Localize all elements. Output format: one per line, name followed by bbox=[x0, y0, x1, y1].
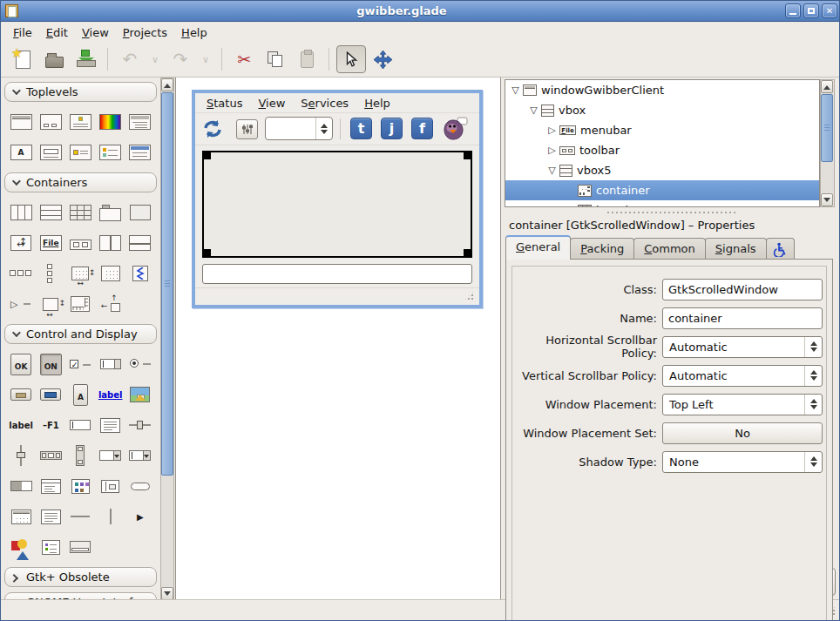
palette-item-frame[interactable] bbox=[125, 203, 155, 222]
facebook-button[interactable]: f bbox=[411, 118, 433, 139]
paste-button[interactable] bbox=[292, 45, 322, 73]
palette-item-aspect-frame[interactable]: ↕↔ bbox=[36, 294, 65, 314]
palette-item-progress-bar[interactable] bbox=[6, 476, 36, 496]
open-button[interactable] bbox=[39, 45, 69, 73]
palette-item-input-dialog[interactable] bbox=[36, 143, 65, 162]
menu-help[interactable]: Help bbox=[174, 24, 214, 41]
tree-row-windowGwibberClient[interactable]: ▽windowGwibberClient bbox=[505, 80, 819, 100]
palette-item-toolbar[interactable] bbox=[65, 233, 95, 253]
minimize-button[interactable] bbox=[785, 3, 801, 18]
palette-item-horizontal-ruler[interactable] bbox=[65, 507, 95, 526]
redo-menu-button[interactable]: ∨ bbox=[197, 45, 214, 73]
palette-item-vbox[interactable] bbox=[36, 203, 65, 222]
expander-down-icon[interactable]: ▽ bbox=[510, 84, 521, 96]
shadow-type-combo[interactable]: None bbox=[662, 451, 823, 473]
expander-down-icon[interactable]: ▽ bbox=[546, 165, 558, 176]
designed-menu-help[interactable]: Help bbox=[356, 95, 398, 111]
palette-item-hpaned[interactable] bbox=[96, 233, 125, 253]
palette-item-hscale[interactable] bbox=[125, 415, 155, 435]
palette-item-hbutton-box[interactable] bbox=[6, 264, 36, 283]
tree-row-vbox[interactable]: ▽vbox bbox=[505, 100, 819, 120]
menu-projects[interactable]: Projects bbox=[116, 24, 174, 41]
palette-item-arrow[interactable]: ▶ bbox=[125, 507, 155, 526]
palette-item-scrolled-window[interactable] bbox=[65, 294, 95, 314]
redo-button[interactable]: ↷ bbox=[166, 45, 195, 73]
undo-menu-button[interactable]: ∨ bbox=[146, 45, 164, 73]
jaiku-button[interactable]: j bbox=[381, 118, 403, 139]
palette-scrollbar[interactable] bbox=[160, 78, 174, 601]
tab-general[interactable]: General bbox=[505, 235, 571, 260]
palette-item-layout[interactable] bbox=[96, 264, 125, 283]
palette-item-recent-chooser-dialog[interactable] bbox=[96, 143, 125, 162]
palette-item-entry[interactable] bbox=[65, 415, 95, 435]
palette-item-image[interactable] bbox=[125, 385, 155, 404]
drag-resize-button[interactable] bbox=[368, 45, 397, 73]
window-placement-combo[interactable]: Top Left bbox=[662, 394, 823, 415]
new-button[interactable]: ★ bbox=[8, 45, 37, 73]
scroll-down-icon[interactable] bbox=[161, 587, 173, 600]
tree-row-toolbar[interactable]: ▷toolbar bbox=[505, 140, 819, 160]
palette-item-file-chooser-dialog[interactable] bbox=[125, 112, 155, 132]
palette-item-spin-button[interactable] bbox=[96, 354, 125, 374]
palette-item-cell-view[interactable] bbox=[96, 476, 125, 496]
palette-item-viewport[interactable]: ↕↔ bbox=[65, 264, 95, 283]
palette-item-dialog[interactable] bbox=[36, 112, 65, 132]
selection-handle[interactable] bbox=[203, 249, 211, 257]
designed-window[interactable]: StatusViewServicesHelp bbox=[192, 90, 483, 308]
palette-item-menu-bar[interactable]: File bbox=[36, 233, 65, 253]
titlebar[interactable]: gwibber.glade ✕ bbox=[1, 1, 840, 22]
palette-item-combo-box-entry[interactable] bbox=[125, 446, 155, 465]
tab-common[interactable]: Common bbox=[633, 238, 706, 260]
selection-handle[interactable] bbox=[203, 152, 211, 159]
palette-scrollbar-thumb[interactable] bbox=[161, 92, 173, 476]
palette-item-button[interactable]: OK bbox=[6, 354, 36, 374]
designed-menu-status[interactable]: Status bbox=[199, 95, 250, 111]
palette-item-color-selection-dialog[interactable] bbox=[96, 112, 125, 132]
palette-item-drawing-area[interactable] bbox=[6, 537, 36, 557]
palette-item-hbox[interactable] bbox=[6, 203, 36, 222]
palette-item-radio-button[interactable] bbox=[125, 354, 155, 374]
palette-item-label[interactable]: label bbox=[6, 415, 36, 435]
palette-item-icon-view[interactable] bbox=[65, 476, 95, 496]
vertical-scrollbar-policy-combo[interactable]: Automatic bbox=[662, 365, 823, 387]
tab-signals[interactable]: Signals bbox=[705, 238, 767, 260]
palette-section-toplevels[interactable]: Toplevels bbox=[4, 82, 157, 102]
class-field[interactable] bbox=[662, 279, 823, 300]
preferences-button[interactable] bbox=[236, 119, 258, 139]
design-canvas[interactable]: StatusViewServicesHelp bbox=[175, 78, 501, 601]
palette-item-about-dialog[interactable] bbox=[65, 112, 95, 132]
designed-combobox[interactable] bbox=[265, 117, 333, 140]
menu-edit[interactable]: Edit bbox=[39, 24, 75, 41]
palette-item-vpaned[interactable] bbox=[125, 233, 155, 253]
palette-item-toggle-button[interactable]: ON bbox=[36, 354, 65, 374]
scroll-up-icon[interactable] bbox=[821, 80, 833, 93]
name-field[interactable] bbox=[662, 307, 823, 329]
palette-item-status-bar[interactable] bbox=[65, 537, 95, 557]
palette-item-list-view[interactable] bbox=[36, 537, 65, 557]
palette-item-file-chooser-button[interactable] bbox=[6, 385, 36, 404]
expander-down-icon[interactable]: ▽ bbox=[528, 105, 539, 116]
palette-item-alignment[interactable]: ←↑ bbox=[96, 294, 125, 314]
palette-item-window[interactable] bbox=[6, 112, 36, 132]
palette-item-vscale[interactable] bbox=[6, 446, 36, 465]
palette-item-color-button[interactable] bbox=[36, 385, 65, 404]
save-button[interactable] bbox=[71, 45, 100, 73]
maximize-button[interactable] bbox=[803, 3, 819, 18]
palette-item-accel-label[interactable]: –F1 bbox=[36, 415, 65, 435]
undo-button[interactable]: ↶ bbox=[115, 45, 145, 73]
horizontal-scrollbar-policy-combo[interactable]: Automatic bbox=[662, 336, 823, 358]
palette-item-link-button[interactable]: label bbox=[96, 385, 125, 404]
palette-item-fixed[interactable]: ↔↕ bbox=[6, 233, 36, 253]
palette-item-list[interactable] bbox=[36, 507, 65, 526]
palette-item-horizontal-separator[interactable] bbox=[125, 476, 155, 496]
designed-menu-services[interactable]: Services bbox=[293, 95, 356, 111]
palette-item-text-view[interactable] bbox=[96, 415, 125, 435]
twitter-button[interactable]: t bbox=[350, 118, 372, 139]
palette-item-combo-box[interactable] bbox=[96, 446, 125, 465]
palette-item-vbutton-box[interactable] bbox=[36, 264, 65, 283]
expander-right-icon[interactable]: ▷ bbox=[546, 125, 558, 136]
palette-item-vscrollbar[interactable] bbox=[65, 446, 95, 465]
menu-view[interactable]: View bbox=[75, 24, 116, 41]
pane-resize-grip[interactable] bbox=[606, 211, 737, 215]
cut-button[interactable]: ✂ bbox=[229, 45, 259, 73]
